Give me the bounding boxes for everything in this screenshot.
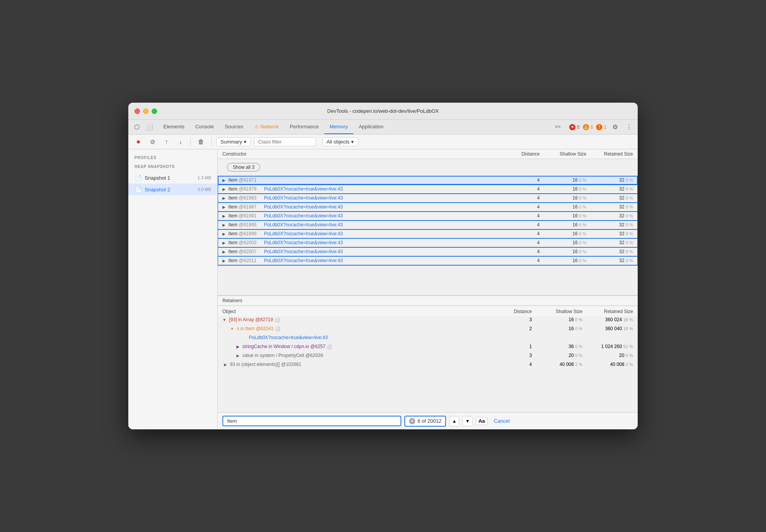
expand-icon[interactable]: ▶ (222, 196, 226, 200)
ret-dist-cell: 4 (505, 360, 537, 369)
ret-shallow-cell: 16 0 % (537, 315, 587, 324)
search-count: 6 of 20012 (418, 418, 441, 424)
distance-cell: 4 (513, 203, 544, 212)
constructor-cell: ▶ Item @62007 PoLdb0X?nocache=true&view=… (218, 247, 513, 256)
tab-console[interactable]: Console (190, 120, 219, 134)
source-link[interactable]: PoLdb0X?nocache=true&view=live:43 (249, 335, 328, 340)
table-row[interactable]: ▼ [93] in Array @82719 ⬜ 3 16 0 % 360 02… (218, 315, 638, 324)
delete-button[interactable]: 🗑 (196, 136, 206, 147)
expand-icon[interactable]: ▶ (222, 187, 226, 191)
search-next-button[interactable]: ▼ (462, 416, 472, 426)
source-link[interactable]: PoLdb0X?nocache=true&view=live:43 (264, 258, 343, 263)
record-button[interactable]: ● (133, 136, 144, 147)
main-content: Profiles HEAP SNAPSHOTS 📄 Snapshot 1 1.3… (128, 149, 638, 429)
toolbar-separator (191, 138, 191, 146)
expand-icon[interactable]: ▶ (236, 345, 240, 349)
ret-distance-header: Distance (505, 307, 537, 317)
expand-icon[interactable]: ▶ (222, 178, 226, 182)
search-prev-button[interactable]: ▲ (449, 416, 459, 426)
expand-icon[interactable]: ▶ (222, 241, 226, 245)
summary-dropdown-button[interactable]: Summary ▾ (216, 137, 251, 146)
retained-cell: 32 0 % (591, 203, 638, 212)
source-link[interactable]: PoLdb0X?nocache=true&view=live:43 (264, 240, 343, 245)
retained-cell: 32 0 % (591, 220, 638, 229)
ret-retained-cell: 40 008 2 % (587, 360, 638, 369)
expand-icon[interactable]: ▶ (222, 250, 226, 254)
tab-sources[interactable]: Sources (219, 120, 249, 134)
cancel-button[interactable]: Cancel (491, 416, 512, 425)
sidebar-item-snapshot2[interactable]: 📄 Snapshot 2 2.0 MB (128, 184, 217, 195)
retainers-section: Retainers Object Distance Shallow Size R… (218, 296, 638, 412)
tab-network[interactable]: ⚠ Network (249, 120, 285, 134)
table-row[interactable]: ▶ Item @62007 PoLdb0X?nocache=true&view=… (218, 247, 638, 256)
table-row[interactable]: ▶ Item @62003 PoLdb0X?nocache=true&view=… (218, 238, 638, 247)
download-button[interactable]: ↓ (175, 136, 186, 147)
source-link[interactable]: PoLdb0X?nocache=true&view=live:43 (264, 249, 343, 254)
heap-snapshots-label: HEAP SNAPSHOTS (128, 163, 217, 172)
expand-icon[interactable]: ▶ (222, 223, 226, 227)
tab-performance[interactable]: Performance (284, 120, 324, 134)
source-link[interactable]: PoLdb0X?nocache=true&view=live:43 (264, 186, 343, 192)
shallow-cell: 16 0 % (544, 194, 591, 203)
retained-cell: 32 0 % (591, 229, 638, 238)
tab-bar: ⬡ ⬜ Elements Console Sources ⚠ Network P… (128, 120, 638, 135)
inspect-button[interactable]: ⬜ (144, 122, 155, 133)
stop-button[interactable]: ⊘ (147, 136, 158, 147)
more-tabs-button[interactable]: >> (549, 124, 566, 130)
table-row[interactable]: PoLdb0X?nocache=true&view=live:43 (218, 333, 638, 342)
maximize-button[interactable] (152, 108, 157, 114)
info-badge: ! 1 (596, 124, 607, 130)
class-filter-input[interactable] (254, 137, 316, 146)
close-button[interactable] (135, 108, 140, 114)
warning-badge: △ 6 (583, 124, 593, 130)
shallow-size-header: Shallow Size (544, 149, 591, 159)
table-row[interactable]: ▶ Item @61983 PoLdb0X?nocache=true&view=… (218, 194, 638, 203)
expand-icon[interactable]: ▼ (222, 318, 226, 322)
more-options-button[interactable]: ⋮ (624, 122, 635, 133)
tab-memory[interactable]: Memory (324, 120, 353, 134)
sidebar-item-snapshot1[interactable]: 📄 Snapshot 1 1.3 MB (128, 172, 217, 184)
object-cell: PoLdb0X?nocache=true&view=live:43 (218, 333, 505, 342)
all-objects-arrow: ▾ (351, 139, 354, 145)
table-row[interactable]: ▶ Item @61991 PoLdb0X?nocache=true&view=… (218, 212, 638, 220)
expand-icon[interactable]: ▼ (230, 327, 234, 331)
table-row[interactable]: ▶ Item @61999 PoLdb0X?nocache=true&view=… (218, 229, 638, 238)
settings-button[interactable]: ⚙ (610, 122, 621, 133)
upload-button[interactable]: ↑ (161, 136, 172, 147)
table-row[interactable]: ▶ Item @61971 4 16 0 % 32 0 % (218, 176, 638, 185)
expand-icon[interactable]: ▶ (236, 354, 240, 358)
table-row[interactable]: ▶ stringCache in Window / cdpn.io @6257 … (218, 342, 638, 351)
table-row[interactable]: ▶ Item @61979 PoLdb0X?nocache=true&view=… (218, 185, 638, 194)
all-objects-button[interactable]: All objects ▾ (322, 137, 358, 146)
case-sensitive-button[interactable]: Aa (476, 417, 488, 425)
search-input[interactable] (222, 416, 401, 426)
warning-icon: △ (583, 124, 589, 130)
source-link[interactable]: PoLdb0X?nocache=true&view=live:43 (264, 213, 343, 219)
expand-icon[interactable]: ▶ (224, 362, 227, 367)
tab-elements[interactable]: Elements (158, 120, 190, 134)
object-cell: ▶ value in system / PropertyCell @62039 (218, 351, 505, 360)
table-row[interactable]: ▶ Item @61995 PoLdb0X?nocache=true&view=… (218, 220, 638, 229)
expand-icon[interactable]: ▶ (222, 259, 226, 263)
expand-icon[interactable]: ▶ (222, 214, 226, 218)
show-all-button[interactable]: Show all 3 (227, 163, 260, 172)
tab-application[interactable]: Application (353, 120, 389, 134)
pointer-tool-button[interactable]: ⬡ (131, 122, 142, 133)
table-row[interactable]: ▶ 93 in (object elements)[] @102681 4 40… (218, 360, 638, 369)
expand-icon[interactable]: ▶ (222, 232, 226, 236)
object-cell: ▶ 93 in (object elements)[] @102681 (218, 360, 505, 369)
table-row[interactable]: ▶ value in system / PropertyCell @62039 … (218, 351, 638, 360)
source-link[interactable]: PoLdb0X?nocache=true&view=live:43 (264, 231, 343, 236)
tab-right-area: >> ✕ 5 △ 6 ! 1 ⚙ ⋮ (549, 120, 635, 134)
source-link[interactable]: PoLdb0X?nocache=true&view=live:43 (264, 195, 343, 201)
table-row[interactable]: ▼ x in Item @62041 ⬜ 2 16 0 % 360 040 18… (218, 324, 638, 333)
clear-search-button[interactable]: ✕ (409, 418, 415, 424)
table-row[interactable]: ▶ Item @62011 PoLdb0X?nocache=true&view=… (218, 256, 638, 265)
minimize-button[interactable] (143, 108, 149, 114)
distance-cell: 4 (513, 238, 544, 247)
summary-dropdown-arrow: ▾ (244, 139, 247, 145)
source-link[interactable]: PoLdb0X?nocache=true&view=live:43 (264, 222, 343, 228)
table-row[interactable]: ▶ Item @61987 PoLdb0X?nocache=true&view=… (218, 203, 638, 212)
source-link[interactable]: PoLdb0X?nocache=true&view=live:43 (264, 204, 343, 210)
expand-icon[interactable]: ▶ (222, 205, 226, 209)
